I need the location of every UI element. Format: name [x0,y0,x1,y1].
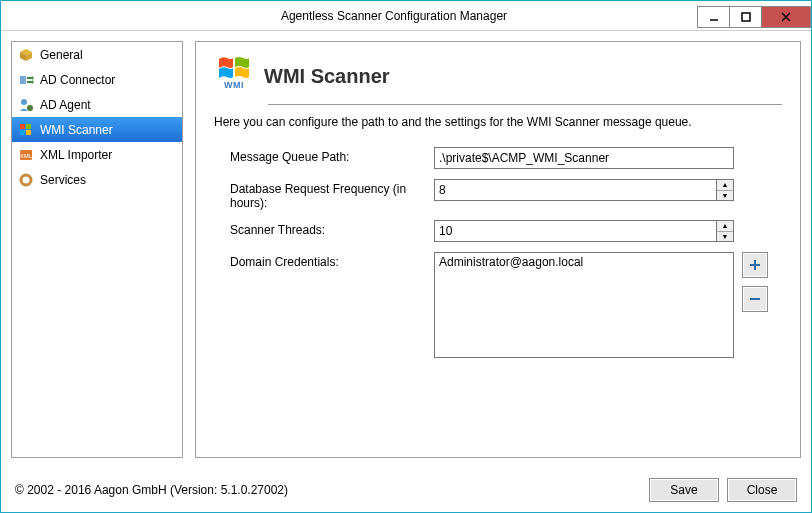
row-queue-path: Message Queue Path: [214,147,782,169]
minimize-button[interactable] [697,6,729,28]
sidebar-item-label: Services [40,173,86,187]
save-button[interactable]: Save [649,478,719,502]
add-credential-button[interactable] [742,252,768,278]
svg-rect-12 [20,124,25,129]
row-frequency: Database Request Frequency (in hours): ▲… [214,179,782,210]
remove-credential-button[interactable] [742,286,768,312]
window-controls [697,4,811,28]
sidebar-item-ad-agent[interactable]: AD Agent [12,92,182,117]
windows-flag-icon [18,122,34,138]
row-threads: Scanner Threads: ▲ ▼ [214,220,782,242]
sidebar-item-label: XML Importer [40,148,112,162]
ad-connector-icon [18,72,34,88]
threads-spinner: ▲ ▼ [434,220,734,242]
xml-icon: XML [18,147,34,163]
close-button[interactable]: Close [727,478,797,502]
minus-icon [748,292,762,306]
threads-label: Scanner Threads: [214,220,434,237]
svg-point-11 [27,105,33,111]
frequency-spinner: ▲ ▼ [434,179,734,201]
threads-input[interactable] [434,220,716,242]
titlebar: Agentless Scanner Configuration Manager [1,1,811,31]
credentials-label: Domain Credentials: [214,252,434,269]
svg-marker-8 [32,76,34,80]
close-window-button[interactable] [761,6,811,28]
sidebar-item-general[interactable]: General [12,42,182,67]
queue-path-input[interactable] [434,147,734,169]
gear-icon [18,172,34,188]
sidebar-item-ad-connector[interactable]: AD Connector [12,67,182,92]
svg-rect-13 [26,124,31,129]
credential-entry[interactable]: Administrator@aagon.local [439,255,729,269]
frequency-down-button[interactable]: ▼ [717,191,733,201]
main-panel: WMI WMI Scanner Here you can configure t… [195,41,801,458]
credentials-list[interactable]: Administrator@aagon.local [434,252,734,358]
box-icon [18,47,34,63]
row-credentials: Domain Credentials: Administrator@aagon.… [214,252,782,358]
sidebar-item-label: General [40,48,83,62]
ad-agent-icon [18,97,34,113]
threads-up-button[interactable]: ▲ [717,221,733,232]
copyright-text: © 2002 - 2016 Aagon GmbH (Version: 5.1.0… [15,483,641,497]
svg-marker-9 [32,80,34,84]
page-title: WMI Scanner [264,65,390,88]
content-area: General AD Connector AD Agent WMI Scanne… [1,31,811,468]
sidebar-item-label: WMI Scanner [40,123,113,137]
sidebar-item-services[interactable]: Services [12,167,182,192]
queue-path-label: Message Queue Path: [214,147,434,164]
svg-rect-14 [20,130,25,135]
window: Agentless Scanner Configuration Manager … [0,0,812,513]
frequency-input[interactable] [434,179,716,201]
page-description: Here you can configure the path to and t… [214,115,782,129]
svg-point-10 [21,99,27,105]
frequency-label: Database Request Frequency (in hours): [214,179,434,210]
sidebar-item-xml-importer[interactable]: XML XML Importer [12,142,182,167]
svg-text:XML: XML [20,153,33,159]
footer: © 2002 - 2016 Aagon GmbH (Version: 5.1.0… [1,468,811,512]
sidebar: General AD Connector AD Agent WMI Scanne… [11,41,183,458]
svg-rect-15 [26,130,31,135]
header-rule [268,104,782,105]
plus-icon [748,258,762,272]
frequency-up-button[interactable]: ▲ [717,180,733,191]
svg-rect-7 [20,76,26,84]
svg-rect-1 [742,13,750,21]
wmi-logo: WMI [214,56,254,96]
threads-down-button[interactable]: ▼ [717,232,733,242]
windows-flag-icon [218,56,250,80]
page-header: WMI WMI Scanner [214,56,782,96]
svg-point-19 [24,178,28,182]
sidebar-item-wmi-scanner[interactable]: WMI Scanner [12,117,182,142]
window-title: Agentless Scanner Configuration Manager [91,9,697,23]
sidebar-item-label: AD Connector [40,73,115,87]
sidebar-item-label: AD Agent [40,98,91,112]
wmi-sub-label: WMI [224,80,244,90]
maximize-button[interactable] [729,6,761,28]
